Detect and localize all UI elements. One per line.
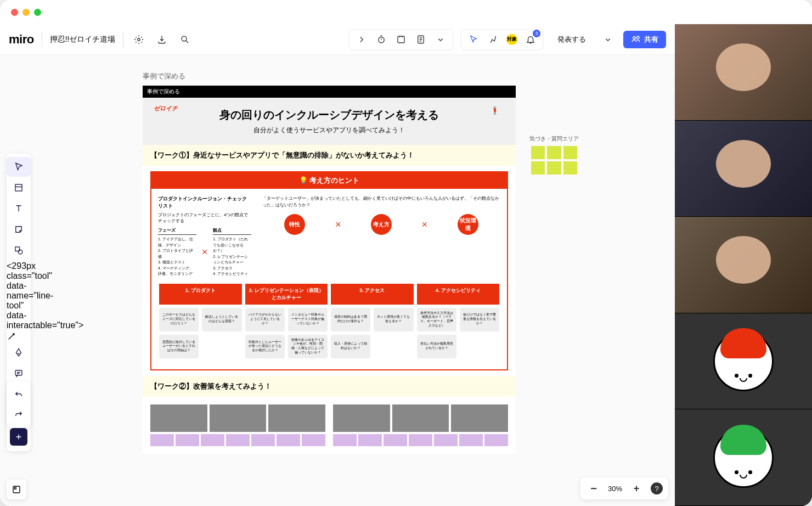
text-tool[interactable] (7, 199, 31, 218)
sticky-note[interactable] (563, 161, 577, 175)
chevron-right-icon[interactable] (354, 32, 369, 47)
frame-tool[interactable] (7, 178, 31, 198)
checklist-sub: プロジェクトのフェーズごとに、4つの観点でチェックする (158, 212, 251, 224)
speech: インタビュー対象やユーザーテスト対象が偏っていないか？ (288, 308, 328, 331)
speech: 解決しようとしているのはどんな課題？ (202, 308, 241, 331)
sticky-note[interactable] (563, 146, 577, 159)
hint-box: 💡 考え方のヒント プロダクトインクルージョン・チェックリスト プロジェクトのフ… (150, 171, 508, 370)
tab-2: 2. レプリゼンテーション（表現）とカルチャー (245, 284, 328, 305)
notes-title: 気づき・質問エリア (527, 135, 582, 143)
sticky-note[interactable] (531, 146, 545, 159)
user-avatar-badge[interactable]: 対象 (505, 33, 518, 46)
work2-title: 【ワーク②】改善策を考えてみよう！ (143, 376, 516, 397)
frame-body: ゼロイチ 身の回りのインクルーシブデザインを考える 自分がよく使うサービスやアプ… (143, 98, 516, 454)
timer-icon[interactable] (374, 32, 389, 47)
more-icon[interactable] (433, 32, 448, 47)
close-window-icon[interactable] (11, 9, 18, 16)
svg-point-13 (494, 106, 496, 109)
phase-list: 1. アイデア出し、仕様、デザイン 2. プロトタイプと評価 3. 構築とテスト… (158, 237, 196, 277)
sticky-note[interactable] (547, 146, 561, 159)
hero-title: 身の回りのインクルーシブデザインを考える (159, 108, 499, 122)
speech: 場所の制約はある？国内だけか海外も？ (331, 308, 370, 331)
speech: 操作方法や入力方法は複数あるか？（マウス、キーボード、音声入力など） (417, 308, 456, 331)
app-window: miro 押忍!!ゼロイチ道場 対象 (0, 0, 812, 506)
zoom-level[interactable]: 30% (608, 485, 622, 493)
speech: 支払い方法が複数用意されているか？ (417, 335, 456, 358)
circle-3: 状況環境 (458, 214, 478, 235)
zoom-out-button[interactable]: − (586, 481, 601, 496)
settings-icon[interactable] (131, 32, 146, 47)
breadcrumb: 事例で深める (143, 71, 620, 81)
hint-header: 💡 考え方のヒント (151, 172, 507, 189)
speech-bubbles: このサービスはどんなニーズに対応しているのだろう？ 解決しようとしているのはどん… (151, 308, 507, 369)
zoom-in-button[interactable]: + (629, 481, 644, 496)
checklist: プロダクトインクルージョン・チェックリスト プロジェクトのフェーズごとに、4つの… (158, 195, 251, 277)
video-participants (675, 24, 812, 506)
pen-tool[interactable] (7, 342, 31, 362)
tab-3: 3. アクセス (331, 284, 414, 305)
canvas-area[interactable]: <293px class="tool" data-name="line-tool… (0, 55, 675, 506)
cursor-icon[interactable] (466, 32, 481, 47)
hint-question: 「ターゲットユーザー」が決まっていたとしても、細かく見ていけばその中にもいろんな… (262, 195, 500, 209)
hero-illustration (485, 106, 505, 139)
cartoon-avatar-green (713, 428, 774, 488)
svg-point-8 (18, 250, 22, 254)
svg-rect-9 (15, 370, 22, 375)
notifications-icon[interactable]: 3 (523, 32, 538, 47)
frame-title: 事例で深める (143, 86, 516, 98)
sticky-note[interactable] (531, 161, 545, 175)
circle-1: 特性 (284, 214, 305, 235)
add-tool[interactable] (10, 428, 27, 446)
redo-icon[interactable] (7, 404, 31, 424)
viewpoint-list: 1. プロダクト（だれでも使いこなせるか？） 2. レプリゼンテーションとカルチ… (213, 237, 251, 277)
circles-diagram: 特性 × 考え方 × 状況環境 (262, 214, 500, 235)
help-icon[interactable]: ? (651, 482, 663, 494)
participant-4[interactable] (675, 313, 812, 410)
speech: バイアスがかからないように工夫しているか？ (245, 308, 285, 331)
notification-count: 3 (533, 30, 540, 37)
phase-header: フェーズ (158, 227, 196, 235)
undo-icon[interactable] (7, 385, 31, 404)
shape-tool[interactable] (7, 240, 31, 260)
svg-point-5 (633, 36, 636, 39)
presence-cluster: 対象 3 (461, 29, 543, 50)
export-icon[interactable] (154, 32, 170, 47)
search-icon[interactable] (177, 32, 193, 47)
notes-panel: 気づき・質問エリア (527, 135, 582, 175)
present-dropdown-icon[interactable] (600, 32, 616, 47)
minimize-window-icon[interactable] (22, 9, 30, 16)
speech: 色だけではなく形で重要な情報を伝えているか？ (460, 308, 499, 331)
svg-point-0 (138, 38, 140, 41)
participant-5[interactable] (675, 409, 812, 506)
participant-2[interactable] (675, 121, 812, 217)
participant-3[interactable] (675, 217, 812, 313)
notes-icon[interactable] (413, 32, 428, 47)
main-frame[interactable]: 事例で深める ゼロイチ 身の回りのインクルーシブデザインを考える 自分がよく使う… (143, 86, 516, 454)
sticky-tool[interactable] (7, 220, 31, 239)
undo-redo-panel (7, 381, 31, 428)
select-tool[interactable] (7, 157, 31, 177)
comment-tool[interactable] (7, 363, 31, 383)
share-button[interactable]: 共有 (623, 31, 666, 48)
svg-point-1 (182, 36, 187, 41)
svg-rect-6 (15, 184, 22, 191)
speech: ネット環境が悪くても使えるか？ (374, 308, 413, 331)
app-body: miro 押忍!!ゼロイチ道場 対象 (0, 24, 812, 506)
screenshot-icon[interactable] (393, 32, 409, 47)
main-area: miro 押忍!!ゼロイチ道場 対象 (0, 24, 675, 506)
miro-logo[interactable]: miro (9, 32, 34, 47)
present-button[interactable]: 発表する (551, 31, 593, 48)
checklist-title: プロダクトインクルージョン・チェックリスト (158, 195, 251, 210)
speech: 意図的に除外しているユーザーがいるとすればその理由は？ (159, 335, 199, 358)
minimap-toggle[interactable] (7, 480, 26, 499)
divider (123, 32, 123, 47)
times-icon: × (202, 246, 208, 258)
speech: このサービスはどんなニーズに対応しているのだろう？ (159, 308, 199, 331)
participant-1[interactable] (675, 24, 812, 121)
reactions-icon[interactable] (486, 32, 501, 47)
maximize-window-icon[interactable] (34, 9, 41, 16)
mac-titlebar (0, 0, 812, 24)
hero-subtitle: 自分がよく使うサービスやアプリを調べてみよう！ (159, 126, 499, 135)
board-name[interactable]: 押忍!!ゼロイチ道場 (50, 35, 116, 44)
sticky-note[interactable] (547, 161, 561, 175)
